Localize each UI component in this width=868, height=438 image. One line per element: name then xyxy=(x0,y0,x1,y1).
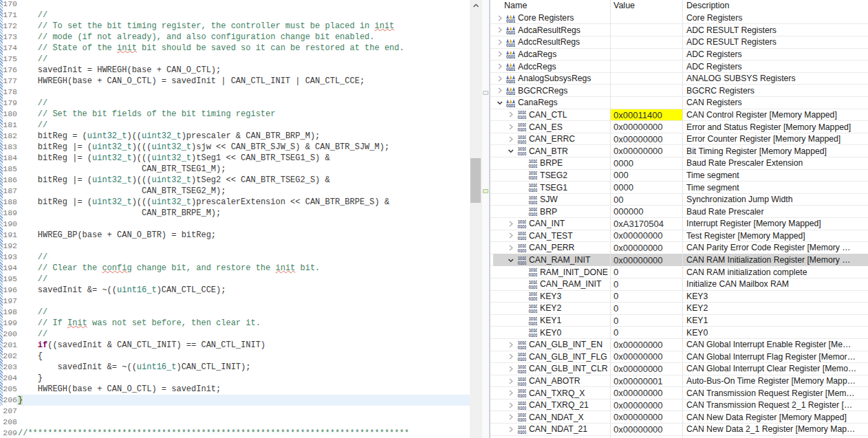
svg-text:0101: 0101 xyxy=(506,78,515,83)
svg-text:0101: 0101 xyxy=(529,284,538,288)
svg-text:0101: 0101 xyxy=(529,272,538,276)
svg-text:0101: 0101 xyxy=(518,260,527,264)
svg-text:0101: 0101 xyxy=(529,175,538,179)
svg-text:0101: 0101 xyxy=(506,102,515,107)
svg-text:0101: 0101 xyxy=(518,357,527,361)
svg-text:0101: 0101 xyxy=(518,127,527,131)
svg-text:0101: 0101 xyxy=(506,30,515,34)
svg-text:0101: 0101 xyxy=(529,188,538,192)
svg-text:0101: 0101 xyxy=(529,163,538,167)
svg-text:0101: 0101 xyxy=(518,429,527,433)
svg-text:0101: 0101 xyxy=(518,115,527,119)
svg-text:0101: 0101 xyxy=(506,42,515,46)
svg-text:0101: 0101 xyxy=(506,54,515,58)
svg-text:0101: 0101 xyxy=(529,212,538,216)
svg-text:0101: 0101 xyxy=(506,91,515,95)
svg-text:0101: 0101 xyxy=(529,199,538,204)
svg-text:0101: 0101 xyxy=(518,151,527,155)
svg-text:0101: 0101 xyxy=(518,223,527,228)
svg-text:0101: 0101 xyxy=(529,333,538,337)
svg-text:0101: 0101 xyxy=(506,67,515,71)
svg-text:0101: 0101 xyxy=(518,369,527,373)
svg-text:0101: 0101 xyxy=(518,381,527,385)
svg-text:0101: 0101 xyxy=(518,248,527,252)
svg-text:0101: 0101 xyxy=(518,417,527,421)
svg-text:0101: 0101 xyxy=(506,18,515,22)
svg-text:0101: 0101 xyxy=(518,139,527,143)
svg-text:0101: 0101 xyxy=(529,320,538,325)
svg-text:0101: 0101 xyxy=(529,296,538,300)
svg-text:0101: 0101 xyxy=(518,405,527,409)
svg-text:0101: 0101 xyxy=(529,309,538,313)
svg-text:0101: 0101 xyxy=(518,236,527,240)
svg-text:0101: 0101 xyxy=(518,393,527,397)
svg-text:0101: 0101 xyxy=(518,344,527,349)
